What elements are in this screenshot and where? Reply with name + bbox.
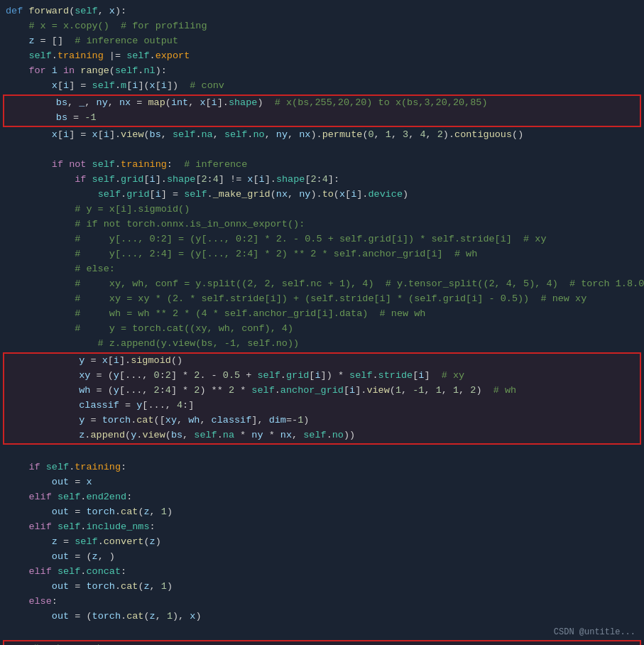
code-line-39: out = torch.cat(z, 1)	[0, 580, 644, 595]
code-editor: def forward(self, x): # x = x.copy() # f…	[0, 0, 644, 645]
code-line-3: z = [] # inference output	[0, 34, 644, 49]
code-line-34: out = torch.cat(z, 1)	[0, 505, 644, 520]
highlight-block-2: y = x[i].sigmoid() xy = (y[..., 0:2] * 2…	[3, 352, 641, 445]
code-line-8: bs = -1	[4, 111, 640, 126]
highlight-block-3: # return out return x if self.training e…	[3, 640, 641, 645]
code-line-31: if self.training:	[0, 460, 644, 475]
code-line-40: else:	[0, 595, 644, 609]
code-line-7: bs, _, ny, nx = map(int, x[i].shape) # x…	[4, 96, 640, 111]
code-line-14: # y = x[i].sigmoid()	[0, 202, 644, 217]
code-line-22: # y = torch.cat((xy, wh, conf), 4)	[0, 322, 644, 337]
code-line-9: x[i] = x[i].view(bs, self.na, self.no, n…	[0, 128, 644, 143]
code-line-43: # return out	[4, 641, 640, 645]
code-line-12: if self.grid[i].shape[2:4] != x[i].shape…	[0, 173, 644, 188]
code-line-35: elif self.include_nms:	[0, 520, 644, 535]
code-line-26: wh = (y[..., 2:4] * 2) ** 2 * self.ancho…	[4, 384, 640, 399]
code-line-16: # y[..., 0:2] = (y[..., 0:2] * 2. - 0.5 …	[0, 232, 644, 247]
func-forward: forward	[28, 4, 69, 19]
code-line-23: # z.append(y.view(bs, -1, self.no))	[0, 337, 644, 352]
code-line-36: z = self.convert(z)	[0, 535, 644, 550]
code-line-13: self.grid[i] = self._make_grid(nx, ny).t…	[0, 188, 644, 202]
code-line-19: # xy, wh, conf = y.split((2, 2, self.nc …	[0, 277, 644, 292]
keyword-def: def	[6, 4, 28, 19]
code-line-empty1	[0, 143, 644, 158]
code-line-38: elif self.concat:	[0, 565, 644, 580]
code-line-6: x[i] = self.m[i](x[i]) # conv	[0, 79, 644, 94]
code-line-11: if not self.training: # inference	[0, 158, 644, 173]
code-line-29: z.append(y.view(bs, self.na * ny * nx, s…	[4, 428, 640, 443]
code-line-2: # x = x.copy() # for profiling	[0, 19, 644, 34]
code-line-25: xy = (y[..., 0:2] * 2. - 0.5 + self.grid…	[4, 369, 640, 384]
code-line-15: # if not torch.onnx.is_in_onnx_export():	[0, 217, 644, 232]
code-line-empty3	[0, 624, 644, 639]
code-line-empty2	[0, 445, 644, 460]
code-line-21: # wh = wh ** 2 * (4 * self.anchor_grid[i…	[0, 307, 644, 322]
code-line-1: def forward(self, x):	[0, 4, 644, 19]
code-line-20: # xy = xy * (2. * self.stride[i]) + (sel…	[0, 292, 644, 307]
code-line-28: y = torch.cat([xy, wh, classif], dim=-1)	[4, 413, 640, 428]
code-line-17: # y[..., 2:4] = (y[..., 2:4] * 2) ** 2 *…	[0, 247, 644, 262]
code-line-41: out = (torch.cat(z, 1), x)	[0, 609, 644, 624]
code-line-24: y = x[i].sigmoid()	[4, 354, 640, 369]
code-line-5: for i in range(self.nl):	[0, 64, 644, 79]
code-line-4: self.training |= self.export	[0, 49, 644, 64]
code-line-18: # else:	[0, 262, 644, 277]
code-line-37: out = (z, )	[0, 550, 644, 565]
code-line-33: elif self.end2end:	[0, 490, 644, 505]
watermark: CSDN @untitle...	[554, 626, 635, 639]
code-line-32: out = x	[0, 475, 644, 490]
code-line-27: classif = y[..., 4:]	[4, 399, 640, 413]
highlight-block-1: bs, _, ny, nx = map(int, x[i].shape) # x…	[3, 94, 641, 127]
